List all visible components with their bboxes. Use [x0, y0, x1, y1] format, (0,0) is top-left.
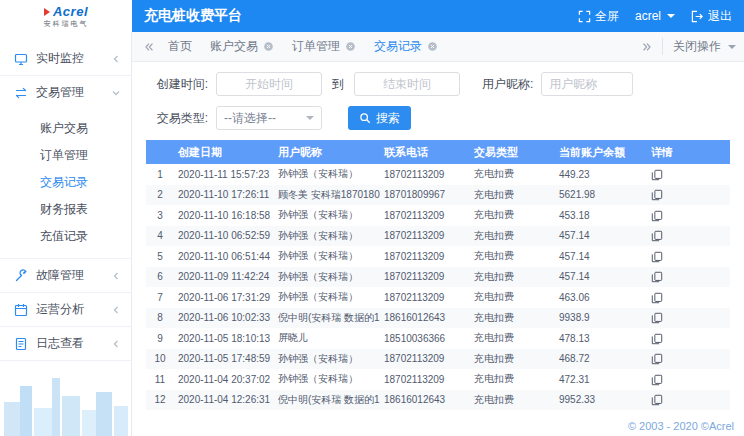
- tab-order-management[interactable]: 订单管理: [292, 38, 356, 55]
- cell-nickname: 顾冬美 安科瑞1870180: [274, 185, 380, 206]
- tab-home[interactable]: 首页: [168, 38, 192, 55]
- nickname-input[interactable]: [541, 72, 633, 96]
- start-time-input[interactable]: [216, 72, 322, 96]
- sidebar-subitem-account-transaction[interactable]: 账户交易: [0, 115, 131, 142]
- cell-detail: [647, 349, 730, 370]
- logout-button[interactable]: 退出: [691, 8, 732, 25]
- table-row: 32020-11-10 16:18:58孙钟强（安科瑞）18702113209充…: [146, 205, 730, 226]
- cell-nickname: 孙钟强（安科瑞）: [274, 287, 380, 308]
- sidebar-subitem-transaction-record[interactable]: 交易记录: [0, 169, 131, 196]
- sidebar-subitem-order-management[interactable]: 订单管理: [0, 142, 131, 169]
- cell-phone: 18702113209: [380, 287, 470, 308]
- table-row: 112020-11-04 20:37:02孙钟强（安科瑞）18702113209…: [146, 369, 730, 390]
- copy-icon[interactable]: [651, 330, 663, 345]
- close-icon[interactable]: [345, 41, 356, 52]
- sidebar-item-fault[interactable]: 故障管理: [0, 259, 131, 292]
- caret-down-icon: [667, 14, 675, 18]
- fullscreen-icon: [578, 10, 591, 23]
- menu-group: 实时监控: [0, 42, 131, 76]
- cell-detail: [647, 308, 730, 329]
- copyright-text: © 2003 - 2020 ©Acrel: [628, 420, 734, 432]
- tab-transaction-record[interactable]: 交易记录: [374, 38, 438, 55]
- close-operations-button[interactable]: 关闭操作: [662, 38, 736, 55]
- user-menu[interactable]: acrel: [635, 9, 675, 23]
- cell-nickname: 倪中明(安科瑞 数据的1: [274, 390, 380, 411]
- copy-icon[interactable]: [651, 268, 663, 283]
- tabs-scroll-left-button[interactable]: [140, 41, 158, 53]
- sidebar-item-log[interactable]: 日志查看: [0, 327, 131, 360]
- copy-icon[interactable]: [651, 391, 663, 406]
- brand-logo: Acrel 安科瑞电气: [0, 0, 132, 32]
- transaction-type-select[interactable]: --请选择--: [216, 106, 322, 130]
- cell-index: 8: [146, 308, 174, 329]
- cell-detail: [647, 328, 730, 349]
- cell-create-date: 2020-11-04 20:37:02: [174, 369, 274, 390]
- cell-create-date: 2020-11-10 06:51:44: [174, 246, 274, 267]
- filter-row-2: 交易类型: --请选择-- 搜索: [146, 106, 730, 130]
- page-title: 充电桩收费平台: [132, 0, 242, 32]
- table-row: 82020-11-06 10:02:33倪中明(安科瑞 数据的118616012…: [146, 308, 730, 329]
- sidebar-item-label: 实时监控: [36, 50, 84, 67]
- column-header: 联系电话: [380, 140, 470, 164]
- tabs-container: 首页账户交易订单管理交易记录: [158, 38, 638, 55]
- tabs-scroll-right-button[interactable]: [638, 41, 656, 53]
- cell-index: 7: [146, 287, 174, 308]
- sidebar-subitem-financial-report[interactable]: 财务报表: [0, 196, 131, 223]
- tab-label: 订单管理: [292, 38, 340, 55]
- column-header: 交易类型: [470, 140, 555, 164]
- cell-create-date: 2020-11-06 10:02:33: [174, 308, 274, 329]
- close-icon[interactable]: [263, 41, 274, 52]
- sidebar-item-label: 交易管理: [36, 84, 84, 101]
- transaction-type-label: 交易类型:: [146, 110, 208, 127]
- sidebar-item-transaction[interactable]: 交易管理: [0, 76, 131, 109]
- tab-label: 账户交易: [210, 38, 258, 55]
- sidebar-item-label: 运营分析: [36, 301, 84, 318]
- table-row: 92020-11-05 18:10:13屏晓儿18510036366充电扣费47…: [146, 328, 730, 349]
- cell-nickname: 孙钟强（安科瑞）: [274, 164, 380, 185]
- tab-account-transaction[interactable]: 账户交易: [210, 38, 274, 55]
- sidebar-item-label: 故障管理: [36, 267, 84, 284]
- end-time-input[interactable]: [354, 72, 460, 96]
- cell-nickname: 孙钟强（安科瑞）: [274, 267, 380, 288]
- close-icon[interactable]: [427, 41, 438, 52]
- fullscreen-button[interactable]: 全屏: [578, 8, 619, 25]
- cell-create-date: 2020-11-05 18:10:13: [174, 328, 274, 349]
- cell-type: 充电扣费: [470, 185, 555, 206]
- copy-icon[interactable]: [651, 248, 663, 263]
- cell-create-date: 2020-11-11 15:57:23: [174, 164, 274, 185]
- copy-icon[interactable]: [651, 350, 663, 365]
- copy-icon[interactable]: [651, 186, 663, 201]
- cell-index: 11: [146, 369, 174, 390]
- copy-icon[interactable]: [651, 289, 663, 304]
- brand-icon: [44, 8, 50, 16]
- cell-create-date: 2020-11-04 12:26:31: [174, 390, 274, 411]
- sidebar-item-monitor[interactable]: 实时监控: [0, 42, 131, 75]
- copy-icon[interactable]: [651, 371, 663, 386]
- menu-group: 交易管理账户交易订单管理交易记录财务报表充值记录: [0, 76, 131, 259]
- analysis-icon: [14, 303, 28, 317]
- cell-detail: [647, 267, 730, 288]
- logout-icon: [691, 10, 704, 23]
- filter-row-1: 创建时间: 到 用户昵称:: [146, 72, 730, 96]
- chevron-down-icon: [306, 116, 314, 120]
- tab-label: 交易记录: [374, 38, 422, 55]
- search-button[interactable]: 搜索: [348, 106, 411, 130]
- caret-down-icon: [728, 45, 736, 49]
- sidebar-subitem-recharge-record[interactable]: 充值记录: [0, 223, 131, 250]
- transaction-icon: [14, 86, 28, 100]
- brand-name: Acrel: [53, 5, 88, 18]
- chevron-left-icon: [111, 305, 121, 315]
- sidebar-item-operation[interactable]: 运营分析: [0, 293, 131, 326]
- cell-type: 充电扣费: [470, 164, 555, 185]
- cell-nickname: 孙钟强（安科瑞）: [274, 246, 380, 267]
- cell-phone: 18702113209: [380, 164, 470, 185]
- copy-icon[interactable]: [651, 309, 663, 324]
- copy-icon[interactable]: [651, 227, 663, 242]
- cell-balance: 9938.9: [555, 308, 647, 329]
- table-row: 42020-11-10 06:52:59孙钟强（安科瑞）18702113209充…: [146, 226, 730, 247]
- copy-icon[interactable]: [651, 207, 663, 222]
- cell-phone: 18702113209: [380, 226, 470, 247]
- search-icon: [359, 112, 371, 124]
- copy-icon[interactable]: [651, 166, 663, 181]
- cell-phone: 18702113209: [380, 369, 470, 390]
